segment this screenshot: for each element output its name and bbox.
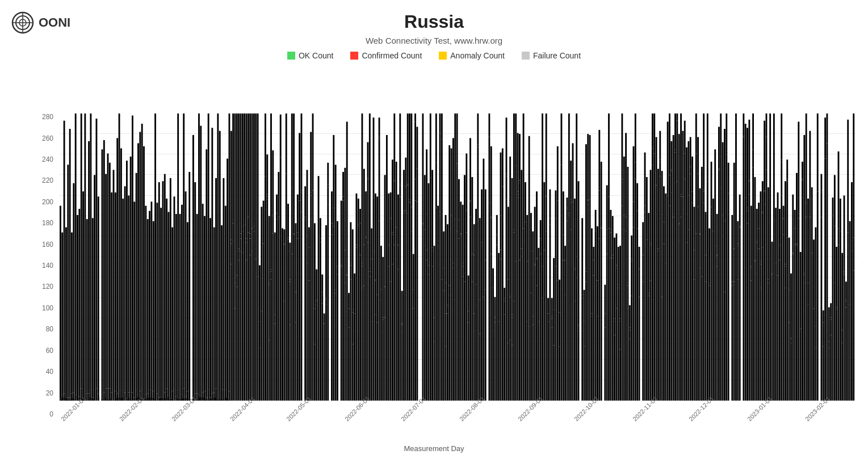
svg-rect-482: [352, 344, 354, 401]
svg-rect-53: [92, 218, 94, 397]
svg-rect-712: [471, 281, 473, 401]
svg-rect-182: [183, 398, 184, 401]
svg-rect-559: [392, 234, 393, 264]
svg-rect-914: [576, 257, 577, 277]
svg-rect-633: [431, 248, 433, 251]
svg-rect-727: [479, 334, 481, 401]
legend-label-confirmed: Confirmed Count: [362, 51, 422, 60]
svg-rect-472: [346, 275, 348, 276]
svg-rect-489: [354, 273, 355, 313]
svg-rect-908: [572, 143, 574, 167]
svg-rect-1088: [667, 121, 669, 192]
svg-rect-1076: [661, 215, 663, 297]
svg-rect-1201: [728, 215, 729, 401]
svg-rect-923: [581, 295, 583, 298]
svg-rect-447: [331, 191, 333, 223]
svg-rect-210: [204, 216, 206, 392]
svg-rect-951: [595, 210, 597, 229]
svg-rect-265: [236, 276, 238, 279]
svg-rect-434: [324, 323, 325, 336]
svg-rect-1392: [830, 318, 832, 320]
svg-rect-1135: [694, 250, 695, 279]
y-axis-labels: 0 20 40 60 80 100 120 140 160 180 200 22…: [34, 113, 57, 418]
svg-rect-1142: [697, 207, 699, 401]
svg-rect-481: [350, 222, 351, 263]
svg-rect-687: [458, 179, 460, 219]
svg-rect-1286: [773, 113, 775, 150]
svg-rect-215: [208, 389, 209, 401]
svg-rect-663: [447, 304, 448, 306]
svg-rect-319: [263, 201, 265, 244]
svg-rect-1005: [625, 232, 627, 401]
svg-rect-414: [314, 308, 316, 344]
svg-rect-383: [295, 223, 297, 292]
svg-rect-928: [585, 281, 587, 401]
svg-rect-1145: [699, 268, 701, 401]
svg-rect-1093: [670, 171, 672, 192]
svg-rect-619: [424, 175, 426, 229]
svg-rect-626: [428, 263, 430, 266]
svg-rect-47: [88, 393, 90, 401]
svg-rect-361: [283, 229, 285, 243]
svg-rect-96: [124, 186, 126, 392]
svg-rect-148: [160, 208, 162, 397]
svg-rect-1242: [752, 168, 754, 401]
svg-rect-1024: [633, 146, 635, 199]
svg-rect-772: [504, 301, 505, 314]
svg-rect-1416: [844, 275, 845, 401]
svg-rect-1155: [703, 113, 705, 190]
svg-rect-104: [130, 399, 132, 401]
svg-rect-1411: [840, 199, 841, 230]
svg-rect-584: [403, 170, 405, 211]
chart-legend: OK Count Confirmed Count Anomaly Count F…: [0, 51, 868, 60]
svg-rect-1157: [705, 255, 707, 281]
svg-rect-1284: [773, 220, 775, 401]
svg-rect-607: [414, 113, 416, 121]
svg-rect-211: [204, 398, 206, 401]
svg-rect-1195: [724, 219, 726, 221]
svg-rect-1139: [695, 153, 697, 233]
svg-rect-165: [171, 228, 173, 392]
svg-rect-802: [519, 260, 521, 401]
svg-rect-486: [354, 331, 355, 401]
svg-rect-616: [424, 246, 426, 401]
svg-rect-1381: [824, 117, 826, 157]
svg-rect-352: [280, 158, 282, 237]
svg-rect-1353: [809, 217, 811, 401]
svg-rect-320: [265, 209, 266, 401]
svg-rect-861: [549, 224, 551, 401]
svg-rect-817: [526, 261, 528, 322]
svg-rect-1065: [656, 186, 657, 215]
svg-rect-851: [543, 250, 545, 252]
svg-rect-157: [166, 199, 167, 388]
svg-rect-103: [130, 157, 132, 395]
svg-rect-628: [430, 204, 431, 401]
svg-rect-810: [523, 228, 525, 241]
svg-rect-916: [576, 113, 577, 256]
svg-rect-1327: [796, 247, 798, 401]
svg-rect-1413: [841, 331, 843, 343]
svg-rect-755: [494, 297, 496, 317]
svg-rect-185: [185, 398, 187, 401]
svg-rect-1371: [820, 192, 822, 217]
svg-rect-545: [384, 318, 386, 401]
svg-rect-131: [149, 211, 150, 390]
svg-rect-967: [606, 254, 608, 401]
y-label-120: 120: [34, 283, 57, 290]
svg-rect-1373: [820, 174, 822, 191]
svg-rect-423: [318, 235, 320, 237]
svg-rect-1408: [838, 151, 840, 229]
svg-rect-1127: [690, 174, 691, 401]
svg-rect-1023: [633, 199, 635, 201]
svg-rect-886: [563, 260, 564, 401]
svg-rect-327: [266, 154, 268, 194]
svg-rect-769: [502, 186, 504, 187]
svg-rect-1400: [834, 225, 836, 226]
svg-rect-498: [359, 255, 361, 401]
svg-rect-977: [610, 210, 611, 229]
svg-rect-335: [270, 113, 272, 270]
svg-rect-924: [581, 218, 583, 295]
svg-rect-1202: [728, 195, 729, 215]
svg-rect-803: [519, 183, 521, 260]
svg-rect-540: [380, 246, 382, 290]
